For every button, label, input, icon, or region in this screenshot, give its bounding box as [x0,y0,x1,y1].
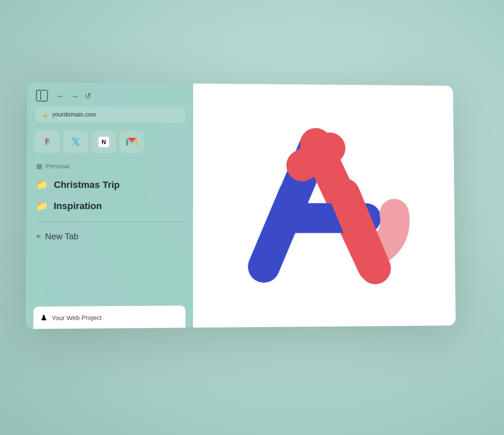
forward-button[interactable]: → [70,92,79,100]
plus-icon: + [36,232,41,241]
personal-icon: ▦ [36,162,42,170]
bookmark-figma[interactable] [35,130,60,153]
back-button[interactable]: ← [56,92,65,100]
web-project-bar[interactable]: ♟ Your Web Project [33,306,185,329]
tab-christmas-trip[interactable]: 📁 Christmas Trip [26,174,193,196]
tab-inspiration[interactable]: 📁 Inspiration [26,196,193,217]
twitter-icon: 𝕏 [71,135,80,148]
new-tab-label: New Tab [45,232,79,241]
divider [36,222,184,222]
lock-icon: 🔒 [42,111,49,117]
web-project-label: Your Web Project [52,314,102,321]
bookmark-twitter[interactable]: 𝕏 [63,130,88,153]
inspiration-label: Inspiration [54,201,102,212]
new-tab-button[interactable]: + New Tab [26,227,193,246]
nav-arrows: ← → [56,92,79,100]
notion-icon: N [98,136,110,147]
christmas-trip-label: Christmas Trip [54,179,120,190]
bookmark-gmail[interactable] [119,131,144,153]
personal-section-label: ▦ Personal [27,160,193,175]
sidebar-toggle-button[interactable] [36,90,48,102]
web-project-icon: ♟ [40,313,47,322]
toolbar: ← → ↺ [27,82,193,107]
reload-button[interactable]: ↺ [85,92,91,101]
sidebar: ← → ↺ 🔒 yourdomain.com [26,82,193,329]
adobe-ai-logo-svg [237,117,412,293]
url-text: yourdomain.com [52,111,96,118]
personal-label: Personal [46,163,70,170]
bookmark-notion[interactable]: N [91,131,116,153]
browser-container: ← → ↺ 🔒 yourdomain.com [26,82,456,338]
folder-icon-christmas: 📁 [36,179,48,190]
content-panel [193,84,456,328]
logo-container [193,84,456,328]
url-bar[interactable]: 🔒 yourdomain.com [35,107,186,123]
folder-icon-inspiration: 📁 [36,201,48,212]
bookmarks-row: 𝕏 N [27,128,193,160]
gmail-icon [126,138,137,146]
